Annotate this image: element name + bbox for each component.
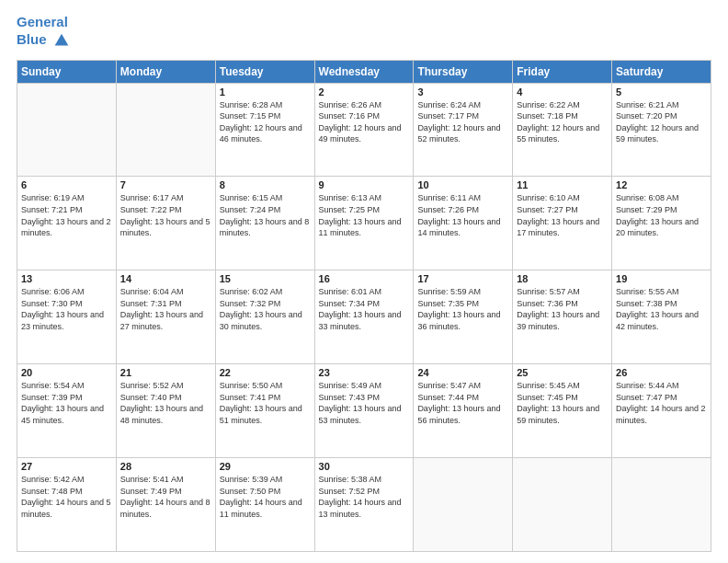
day-info: Sunrise: 6:06 AM Sunset: 7:30 PM Dayligh…	[21, 286, 112, 332]
day-number: 16	[319, 273, 410, 284]
day-info: Sunrise: 6:26 AM Sunset: 7:16 PM Dayligh…	[319, 99, 410, 145]
day-number: 6	[21, 179, 112, 190]
day-cell	[17, 83, 117, 177]
day-number: 25	[517, 367, 608, 378]
day-cell: 24Sunrise: 5:47 AM Sunset: 7:44 PM Dayli…	[414, 364, 513, 458]
weekday-header: SundayMondayTuesdayWednesdayThursdayFrid…	[17, 60, 711, 83]
day-info: Sunrise: 5:52 AM Sunset: 7:40 PM Dayligh…	[120, 380, 211, 426]
day-cell: 1Sunrise: 6:28 AM Sunset: 7:15 PM Daylig…	[215, 83, 314, 177]
week-row-2: 6Sunrise: 6:19 AM Sunset: 7:21 PM Daylig…	[17, 177, 711, 270]
day-cell: 3Sunrise: 6:24 AM Sunset: 7:17 PM Daylig…	[414, 83, 513, 177]
week-row-3: 13Sunrise: 6:06 AM Sunset: 7:30 PM Dayli…	[17, 270, 711, 364]
week-row-1: 1Sunrise: 6:28 AM Sunset: 7:15 PM Daylig…	[17, 83, 711, 177]
day-number: 20	[21, 367, 112, 378]
day-number: 9	[319, 179, 410, 190]
day-number: 21	[120, 367, 211, 378]
day-cell: 25Sunrise: 5:45 AM Sunset: 7:45 PM Dayli…	[513, 364, 612, 458]
day-number: 15	[220, 273, 311, 284]
day-cell: 8Sunrise: 6:15 AM Sunset: 7:24 PM Daylig…	[215, 177, 314, 270]
weekday-wednesday: Wednesday	[314, 60, 414, 83]
day-cell	[612, 458, 711, 552]
day-info: Sunrise: 6:08 AM Sunset: 7:29 PM Dayligh…	[616, 192, 707, 238]
logo-blue: Blue	[17, 32, 47, 48]
day-cell	[116, 83, 215, 177]
day-info: Sunrise: 5:44 AM Sunset: 7:47 PM Dayligh…	[616, 380, 707, 426]
day-info: Sunrise: 5:47 AM Sunset: 7:44 PM Dayligh…	[417, 380, 508, 426]
day-cell: 10Sunrise: 6:11 AM Sunset: 7:26 PM Dayli…	[414, 177, 513, 270]
weekday-saturday: Saturday	[612, 60, 711, 83]
day-info: Sunrise: 5:54 AM Sunset: 7:39 PM Dayligh…	[21, 380, 112, 426]
calendar: SundayMondayTuesdayWednesdayThursdayFrid…	[17, 60, 711, 553]
logo-icon	[51, 30, 72, 51]
day-cell: 2Sunrise: 6:26 AM Sunset: 7:16 PM Daylig…	[314, 83, 414, 177]
day-cell: 12Sunrise: 6:08 AM Sunset: 7:29 PM Dayli…	[612, 177, 711, 270]
day-cell: 23Sunrise: 5:49 AM Sunset: 7:43 PM Dayli…	[314, 364, 414, 458]
day-info: Sunrise: 5:50 AM Sunset: 7:41 PM Dayligh…	[220, 380, 311, 426]
day-number: 8	[220, 179, 311, 190]
day-number: 14	[120, 273, 211, 284]
day-number: 3	[417, 86, 508, 98]
day-info: Sunrise: 6:19 AM Sunset: 7:21 PM Dayligh…	[21, 192, 112, 238]
day-number: 29	[220, 461, 311, 472]
day-number: 1	[220, 86, 311, 98]
day-info: Sunrise: 5:59 AM Sunset: 7:35 PM Dayligh…	[417, 286, 508, 332]
day-cell	[513, 458, 612, 552]
day-info: Sunrise: 5:41 AM Sunset: 7:49 PM Dayligh…	[120, 474, 211, 520]
calendar-body: 1Sunrise: 6:28 AM Sunset: 7:15 PM Daylig…	[17, 83, 711, 552]
day-info: Sunrise: 5:49 AM Sunset: 7:43 PM Dayligh…	[319, 380, 410, 426]
day-info: Sunrise: 6:11 AM Sunset: 7:26 PM Dayligh…	[417, 192, 508, 238]
day-cell: 16Sunrise: 6:01 AM Sunset: 7:34 PM Dayli…	[314, 270, 414, 364]
day-info: Sunrise: 6:04 AM Sunset: 7:31 PM Dayligh…	[120, 286, 211, 332]
day-number: 19	[616, 273, 707, 284]
day-info: Sunrise: 5:42 AM Sunset: 7:48 PM Dayligh…	[21, 474, 112, 520]
day-cell: 21Sunrise: 5:52 AM Sunset: 7:40 PM Dayli…	[116, 364, 215, 458]
day-cell: 14Sunrise: 6:04 AM Sunset: 7:31 PM Dayli…	[116, 270, 215, 364]
day-number: 7	[120, 179, 211, 190]
day-info: Sunrise: 5:39 AM Sunset: 7:50 PM Dayligh…	[220, 474, 311, 520]
day-info: Sunrise: 6:28 AM Sunset: 7:15 PM Dayligh…	[220, 99, 311, 145]
day-cell: 17Sunrise: 5:59 AM Sunset: 7:35 PM Dayli…	[414, 270, 513, 364]
day-number: 27	[21, 461, 112, 472]
day-cell: 11Sunrise: 6:10 AM Sunset: 7:27 PM Dayli…	[513, 177, 612, 270]
day-cell: 19Sunrise: 5:55 AM Sunset: 7:38 PM Dayli…	[612, 270, 711, 364]
weekday-tuesday: Tuesday	[215, 60, 314, 83]
day-info: Sunrise: 5:57 AM Sunset: 7:36 PM Dayligh…	[517, 286, 608, 332]
day-number: 23	[319, 367, 410, 378]
day-info: Sunrise: 5:38 AM Sunset: 7:52 PM Dayligh…	[319, 474, 410, 520]
week-row-5: 27Sunrise: 5:42 AM Sunset: 7:48 PM Dayli…	[17, 458, 711, 552]
weekday-monday: Monday	[116, 60, 215, 83]
day-cell: 22Sunrise: 5:50 AM Sunset: 7:41 PM Dayli…	[215, 364, 314, 458]
day-info: Sunrise: 6:24 AM Sunset: 7:17 PM Dayligh…	[417, 99, 508, 145]
day-cell: 29Sunrise: 5:39 AM Sunset: 7:50 PM Dayli…	[215, 458, 314, 552]
day-cell: 5Sunrise: 6:21 AM Sunset: 7:20 PM Daylig…	[612, 83, 711, 177]
day-cell: 28Sunrise: 5:41 AM Sunset: 7:49 PM Dayli…	[116, 458, 215, 552]
day-cell: 18Sunrise: 5:57 AM Sunset: 7:36 PM Dayli…	[513, 270, 612, 364]
day-number: 12	[616, 179, 707, 190]
day-cell: 6Sunrise: 6:19 AM Sunset: 7:21 PM Daylig…	[17, 177, 117, 270]
day-cell: 7Sunrise: 6:17 AM Sunset: 7:22 PM Daylig…	[116, 177, 215, 270]
day-number: 18	[517, 273, 608, 284]
day-cell: 27Sunrise: 5:42 AM Sunset: 7:48 PM Dayli…	[17, 458, 117, 552]
day-cell	[414, 458, 513, 552]
day-number: 2	[319, 86, 410, 98]
day-info: Sunrise: 6:10 AM Sunset: 7:27 PM Dayligh…	[517, 192, 608, 238]
day-number: 26	[616, 367, 707, 378]
day-info: Sunrise: 6:17 AM Sunset: 7:22 PM Dayligh…	[120, 192, 211, 238]
day-number: 17	[417, 273, 508, 284]
day-number: 22	[220, 367, 311, 378]
day-number: 11	[517, 179, 608, 190]
day-cell: 4Sunrise: 6:22 AM Sunset: 7:18 PM Daylig…	[513, 83, 612, 177]
day-number: 5	[616, 86, 707, 98]
day-info: Sunrise: 6:15 AM Sunset: 7:24 PM Dayligh…	[220, 192, 311, 238]
day-cell: 13Sunrise: 6:06 AM Sunset: 7:30 PM Dayli…	[17, 270, 117, 364]
weekday-sunday: Sunday	[17, 60, 117, 83]
week-row-4: 20Sunrise: 5:54 AM Sunset: 7:39 PM Dayli…	[17, 364, 711, 458]
day-info: Sunrise: 6:01 AM Sunset: 7:34 PM Dayligh…	[319, 286, 410, 332]
logo-text: General	[17, 15, 72, 30]
day-cell: 9Sunrise: 6:13 AM Sunset: 7:25 PM Daylig…	[314, 177, 414, 270]
day-info: Sunrise: 6:22 AM Sunset: 7:18 PM Dayligh…	[517, 99, 608, 145]
logo: General Blue	[17, 15, 72, 51]
day-number: 4	[517, 86, 608, 98]
day-number: 10	[417, 179, 508, 190]
day-info: Sunrise: 5:55 AM Sunset: 7:38 PM Dayligh…	[616, 286, 707, 332]
